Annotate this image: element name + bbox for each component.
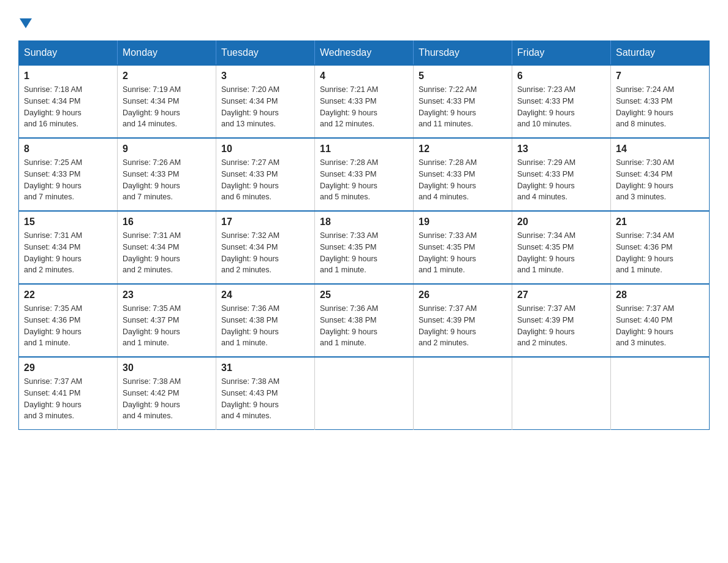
calendar-week-row: 15 Sunrise: 7:31 AMSunset: 4:34 PMDaylig… [19,211,710,284]
day-info: Sunrise: 7:18 AMSunset: 4:34 PMDaylight:… [24,84,112,130]
day-number: 5 [419,71,507,82]
calendar-day-cell: 17 Sunrise: 7:32 AMSunset: 4:34 PMDaylig… [216,211,315,284]
day-number: 23 [123,289,211,301]
page-header [18,18,710,28]
day-number: 29 [24,362,112,373]
calendar-day-cell: 6 Sunrise: 7:23 AMSunset: 4:33 PMDayligh… [512,65,611,138]
calendar-day-cell: 1 Sunrise: 7:18 AMSunset: 4:34 PMDayligh… [19,65,118,138]
calendar-day-cell: 7 Sunrise: 7:24 AMSunset: 4:33 PMDayligh… [611,65,710,138]
calendar-day-cell [315,357,414,430]
calendar-day-cell: 31 Sunrise: 7:38 AMSunset: 4:43 PMDaylig… [216,357,315,430]
day-info: Sunrise: 7:24 AMSunset: 4:33 PMDaylight:… [616,84,704,130]
day-number: 26 [419,289,507,301]
calendar-header-friday: Friday [512,41,611,66]
calendar-day-cell: 20 Sunrise: 7:34 AMSunset: 4:35 PMDaylig… [512,211,611,284]
day-number: 21 [616,216,704,228]
day-number: 27 [517,289,605,301]
day-number: 13 [517,144,605,155]
calendar-day-cell [611,357,710,430]
day-number: 25 [320,289,408,301]
calendar-day-cell: 27 Sunrise: 7:37 AMSunset: 4:39 PMDaylig… [512,284,611,357]
calendar-day-cell: 5 Sunrise: 7:22 AMSunset: 4:33 PMDayligh… [414,65,512,138]
day-number: 20 [517,216,605,228]
calendar-day-cell: 25 Sunrise: 7:36 AMSunset: 4:38 PMDaylig… [315,284,414,357]
calendar-header-thursday: Thursday [414,41,512,66]
day-info: Sunrise: 7:37 AMSunset: 4:41 PMDaylight:… [24,376,112,422]
calendar-header: SundayMondayTuesdayWednesdayThursdayFrid… [19,41,710,66]
day-info: Sunrise: 7:34 AMSunset: 4:36 PMDaylight:… [616,230,704,276]
calendar-header-tuesday: Tuesday [216,41,315,66]
calendar-day-cell: 26 Sunrise: 7:37 AMSunset: 4:39 PMDaylig… [414,284,512,357]
calendar-day-cell [512,357,611,430]
day-info: Sunrise: 7:36 AMSunset: 4:38 PMDaylight:… [320,303,408,349]
calendar-day-cell: 3 Sunrise: 7:20 AMSunset: 4:34 PMDayligh… [216,65,315,138]
day-number: 17 [221,216,309,228]
day-number: 6 [517,71,605,82]
calendar-day-cell: 28 Sunrise: 7:37 AMSunset: 4:40 PMDaylig… [611,284,710,357]
day-info: Sunrise: 7:29 AMSunset: 4:33 PMDaylight:… [517,157,605,203]
calendar-week-row: 29 Sunrise: 7:37 AMSunset: 4:41 PMDaylig… [19,357,710,430]
day-number: 9 [123,144,211,155]
day-info: Sunrise: 7:19 AMSunset: 4:34 PMDaylight:… [123,84,211,130]
day-number: 11 [320,144,408,155]
day-number: 14 [616,144,704,155]
day-info: Sunrise: 7:28 AMSunset: 4:33 PMDaylight:… [320,157,408,203]
day-info: Sunrise: 7:23 AMSunset: 4:33 PMDaylight:… [517,84,605,130]
calendar-day-cell: 10 Sunrise: 7:27 AMSunset: 4:33 PMDaylig… [216,138,315,211]
day-info: Sunrise: 7:37 AMSunset: 4:39 PMDaylight:… [419,303,507,349]
calendar-header-monday: Monday [118,41,216,66]
day-info: Sunrise: 7:35 AMSunset: 4:37 PMDaylight:… [123,303,211,349]
day-info: Sunrise: 7:20 AMSunset: 4:34 PMDaylight:… [221,84,309,130]
calendar-day-cell: 30 Sunrise: 7:38 AMSunset: 4:42 PMDaylig… [118,357,216,430]
day-number: 7 [616,71,704,82]
day-info: Sunrise: 7:33 AMSunset: 4:35 PMDaylight:… [320,230,408,276]
calendar-day-cell: 22 Sunrise: 7:35 AMSunset: 4:36 PMDaylig… [19,284,118,357]
day-info: Sunrise: 7:28 AMSunset: 4:33 PMDaylight:… [419,157,507,203]
day-number: 30 [123,362,211,373]
day-number: 22 [24,289,112,301]
day-info: Sunrise: 7:37 AMSunset: 4:40 PMDaylight:… [616,303,704,349]
day-info: Sunrise: 7:37 AMSunset: 4:39 PMDaylight:… [517,303,605,349]
calendar-header-sunday: Sunday [19,41,118,66]
calendar-week-row: 22 Sunrise: 7:35 AMSunset: 4:36 PMDaylig… [19,284,710,357]
day-info: Sunrise: 7:36 AMSunset: 4:38 PMDaylight:… [221,303,309,349]
logo-triangle-icon [20,18,32,28]
calendar-body: 1 Sunrise: 7:18 AMSunset: 4:34 PMDayligh… [19,65,710,430]
calendar-day-cell: 13 Sunrise: 7:29 AMSunset: 4:33 PMDaylig… [512,138,611,211]
day-number: 16 [123,216,211,228]
day-number: 3 [221,71,309,82]
calendar-day-cell: 24 Sunrise: 7:36 AMSunset: 4:38 PMDaylig… [216,284,315,357]
day-number: 28 [616,289,704,301]
day-info: Sunrise: 7:22 AMSunset: 4:33 PMDaylight:… [419,84,507,130]
day-number: 18 [320,216,408,228]
day-info: Sunrise: 7:31 AMSunset: 4:34 PMDaylight:… [123,230,211,276]
calendar-day-cell: 4 Sunrise: 7:21 AMSunset: 4:33 PMDayligh… [315,65,414,138]
logo [18,18,32,28]
calendar-day-cell: 16 Sunrise: 7:31 AMSunset: 4:34 PMDaylig… [118,211,216,284]
day-info: Sunrise: 7:33 AMSunset: 4:35 PMDaylight:… [419,230,507,276]
calendar-table: SundayMondayTuesdayWednesdayThursdayFrid… [18,40,710,430]
calendar-header-row: SundayMondayTuesdayWednesdayThursdayFrid… [19,41,710,66]
calendar-day-cell: 15 Sunrise: 7:31 AMSunset: 4:34 PMDaylig… [19,211,118,284]
calendar-day-cell: 23 Sunrise: 7:35 AMSunset: 4:37 PMDaylig… [118,284,216,357]
day-number: 12 [419,144,507,155]
day-info: Sunrise: 7:31 AMSunset: 4:34 PMDaylight:… [24,230,112,276]
day-info: Sunrise: 7:30 AMSunset: 4:34 PMDaylight:… [616,157,704,203]
calendar-day-cell: 2 Sunrise: 7:19 AMSunset: 4:34 PMDayligh… [118,65,216,138]
calendar-day-cell: 29 Sunrise: 7:37 AMSunset: 4:41 PMDaylig… [19,357,118,430]
calendar-day-cell: 8 Sunrise: 7:25 AMSunset: 4:33 PMDayligh… [19,138,118,211]
day-info: Sunrise: 7:38 AMSunset: 4:43 PMDaylight:… [221,376,309,422]
day-number: 2 [123,71,211,82]
day-number: 8 [24,144,112,155]
calendar-day-cell: 11 Sunrise: 7:28 AMSunset: 4:33 PMDaylig… [315,138,414,211]
day-number: 31 [221,362,309,373]
day-info: Sunrise: 7:38 AMSunset: 4:42 PMDaylight:… [123,376,211,422]
calendar-day-cell: 21 Sunrise: 7:34 AMSunset: 4:36 PMDaylig… [611,211,710,284]
day-number: 24 [221,289,309,301]
day-number: 15 [24,216,112,228]
day-info: Sunrise: 7:25 AMSunset: 4:33 PMDaylight:… [24,157,112,203]
day-info: Sunrise: 7:35 AMSunset: 4:36 PMDaylight:… [24,303,112,349]
calendar-week-row: 8 Sunrise: 7:25 AMSunset: 4:33 PMDayligh… [19,138,710,211]
day-number: 1 [24,71,112,82]
calendar-day-cell: 18 Sunrise: 7:33 AMSunset: 4:35 PMDaylig… [315,211,414,284]
